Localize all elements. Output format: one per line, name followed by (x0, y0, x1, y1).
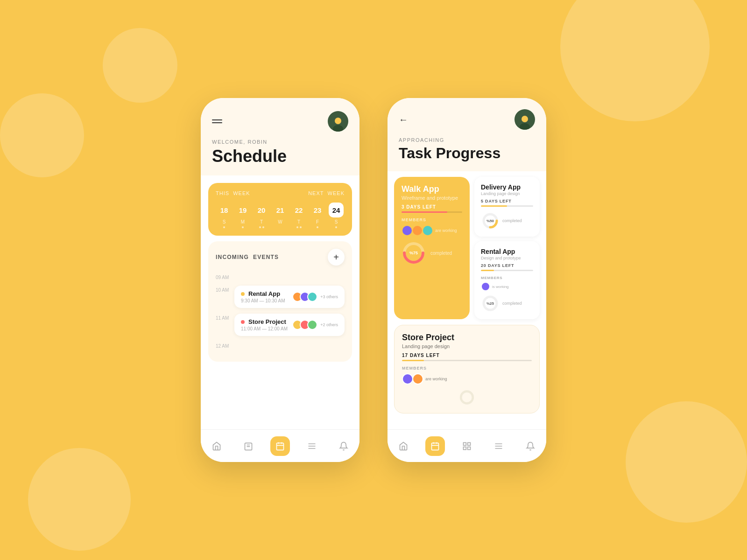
rental-app-event[interactable]: Rental App 9:30 AM — 10:30 AM +3 others (234, 286, 345, 308)
svg-point-13 (520, 123, 530, 130)
delivery-progress-bar (481, 205, 533, 207)
time-12am: 12 AM (216, 342, 234, 349)
delivery-app-sub: Landing page design (481, 191, 533, 196)
store-project-info: Store Project 11:00 AM — 12:00 AM (241, 318, 288, 331)
store-project-task-sub: Landing page design (402, 343, 532, 349)
time-slot-11am: 11 AM Store Project 11:00 AM — 12:00 AM (216, 314, 345, 336)
walk-donut-label: %75 (409, 251, 418, 255)
task-bottom-nav (388, 429, 546, 462)
day-19[interactable]: 19 M (234, 203, 251, 228)
events-title: INCOMING EVENTS (216, 254, 279, 260)
day-dot-24 (335, 226, 337, 228)
task-progress-title: Task Progress (399, 145, 535, 162)
bg-decoration-5 (103, 28, 177, 103)
day-label-22: T (297, 219, 300, 224)
task-nav-home[interactable] (394, 436, 413, 456)
rental-app-task-card[interactable]: Rental App Design and prototype 20 DAYS … (474, 241, 540, 319)
back-button[interactable]: ← (399, 114, 408, 125)
day-24[interactable]: 24 S (328, 203, 345, 228)
task-nav-bell[interactable] (521, 436, 540, 456)
svg-rect-27 (468, 442, 471, 445)
day-num-20: 20 (254, 203, 269, 217)
task-user-avatar[interactable] (514, 109, 535, 130)
nav-bell[interactable] (334, 436, 353, 456)
week-label-2: WEEK (328, 190, 345, 196)
bg-decoration-3 (0, 93, 84, 177)
rental-app-task-sub: Design and prototype (481, 256, 533, 260)
store-project-card[interactable]: Store Project Landing page design 17 DAY… (394, 325, 540, 413)
task-menu-icon (489, 436, 508, 456)
list-icon (239, 436, 258, 456)
day-num-23: 23 (310, 203, 325, 217)
day-dot-23 (317, 226, 318, 228)
svg-rect-22 (432, 443, 439, 450)
svg-point-20 (461, 392, 473, 404)
svg-rect-5 (277, 443, 284, 450)
events-section: INCOMING EVENTS + 09 AM 10 AM (208, 241, 352, 362)
hamburger-line-1 (212, 119, 222, 120)
rental-app-task-name: Rental App (481, 248, 533, 255)
rental-members-row: is working (481, 282, 533, 291)
day-20[interactable]: 20 T (253, 203, 270, 228)
schedule-top-row (212, 111, 348, 132)
task-grid-icon (457, 436, 477, 456)
day-23[interactable]: 23 F (309, 203, 326, 228)
store-project-event[interactable]: Store Project 11:00 AM — 12:00 AM +2 oth… (234, 314, 345, 336)
day-num-19: 19 (235, 203, 250, 217)
walk-app-members: are working (402, 225, 462, 236)
time-slot-12am: 12 AM (216, 342, 345, 349)
task-nav-grid[interactable] (457, 436, 477, 456)
rental-member-1 (481, 282, 490, 291)
nav-calendar[interactable] (270, 436, 290, 456)
walk-app-members-label: MEMBERS (402, 217, 462, 222)
this-week-tab[interactable]: THIS WEEK (216, 190, 250, 196)
task-nav-menu[interactable] (489, 436, 508, 456)
store-project-right: +2 others (292, 320, 338, 330)
this-label: THIS (216, 190, 229, 196)
rental-donut-label: %25 (486, 301, 494, 306)
day-22[interactable]: 22 T (290, 203, 307, 228)
rental-app-task-days: 20 DAYS LEFT (481, 263, 533, 268)
add-event-button[interactable]: + (328, 249, 345, 266)
walk-app-card[interactable]: Walk App Wireframe and prototype 3 DAYS … (394, 177, 470, 319)
task-progress-phone: ← APPROACHING Task Progress Walk App Wir (388, 98, 546, 462)
time-09am: 09 AM (216, 273, 234, 280)
rental-app-dot-title: Rental App (241, 290, 285, 297)
walk-completed-text: completed (430, 251, 452, 256)
store-member-2 (412, 373, 423, 385)
walk-app-sub: Wireframe and prototype (402, 195, 462, 201)
store-members-row: are working (402, 373, 532, 385)
svg-rect-26 (464, 442, 466, 445)
walk-donut-row: %75 completed (402, 241, 462, 265)
task-nav-calendar[interactable] (425, 436, 445, 456)
task-right-column: Delivery App Landing page design 5 DAYS … (474, 177, 540, 319)
rental-app-right: +3 others (292, 292, 338, 302)
nav-menu[interactable] (302, 436, 322, 456)
next-week-tab[interactable]: NEXT WEEK (308, 190, 345, 196)
day-label-19: M (241, 219, 245, 224)
day-dot-20b (262, 226, 264, 228)
store-project-name: Store Project (248, 318, 286, 325)
rental-app-info: Rental App 9:30 AM — 10:30 AM (241, 290, 285, 303)
menu-icon (302, 436, 322, 456)
day-label-23: F (316, 219, 319, 224)
rental-progress-bar (481, 270, 533, 271)
day-dot-22a (296, 226, 298, 228)
task-cards-scroll: Walk App Wireframe and prototype 3 DAYS … (388, 171, 546, 419)
delivery-app-card[interactable]: Delivery App Landing page design 5 DAYS … (474, 177, 540, 237)
store-avatars (292, 320, 317, 330)
svg-point-12 (521, 116, 528, 122)
nav-home[interactable] (207, 436, 226, 456)
schedule-title: Schedule (212, 147, 348, 166)
incoming-label: INCOMING (216, 254, 249, 260)
store-member-1 (402, 373, 413, 385)
nav-list[interactable] (239, 436, 258, 456)
delivery-completed: completed (502, 218, 522, 223)
user-avatar[interactable] (328, 111, 348, 132)
store-progress-bar (402, 360, 532, 361)
rental-app-dot (241, 292, 245, 296)
day-21[interactable]: 21 W (272, 203, 289, 228)
day-18[interactable]: 18 S (216, 203, 233, 228)
delivery-app-days: 5 DAYS LEFT (481, 199, 533, 203)
hamburger-menu[interactable] (212, 119, 222, 123)
